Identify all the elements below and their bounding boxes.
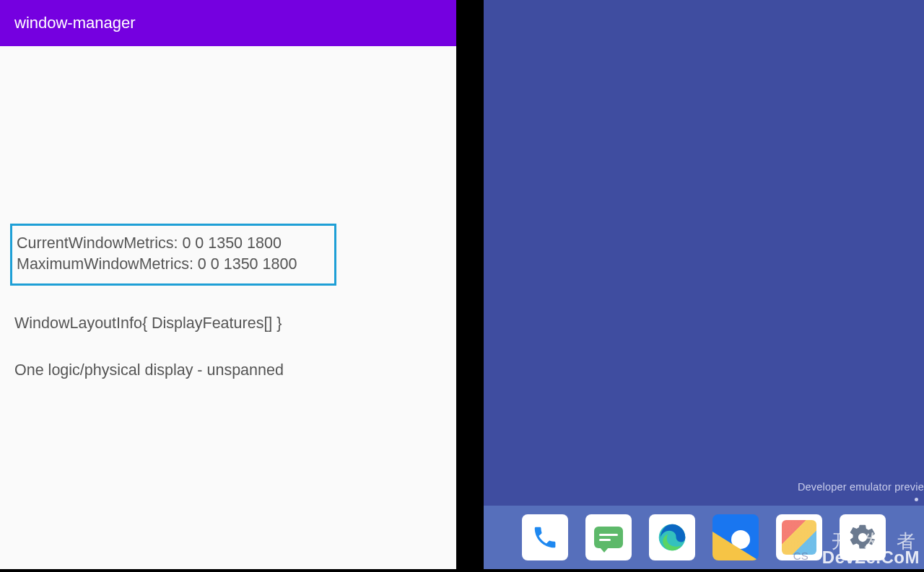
- phone-icon[interactable]: [522, 514, 568, 560]
- dock: [484, 506, 924, 569]
- window-metrics-box: CurrentWindowMetrics: 0 0 1350 1800 Maxi…: [10, 224, 336, 286]
- span-state-text: One logic/physical display - unspanned: [10, 361, 446, 379]
- spacer: [10, 46, 446, 224]
- app-bar: window-manager: [0, 0, 456, 46]
- settings-icon[interactable]: [840, 514, 886, 560]
- window-layout-info: WindowLayoutInfo{ DisplayFeatures[] }: [10, 314, 446, 333]
- app-body: CurrentWindowMetrics: 0 0 1350 1800 Maxi…: [0, 46, 456, 569]
- camera-icon[interactable]: [712, 514, 759, 560]
- dual-screen-root: window-manager CurrentWindowMetrics: 0 0…: [0, 0, 924, 572]
- developer-preview-label: Developer emulator previe: [798, 481, 924, 493]
- bottom-edge: [0, 569, 456, 572]
- messages-icon[interactable]: [585, 514, 632, 560]
- maximum-window-metrics: MaximumWindowMetrics: 0 0 1350 1800: [17, 254, 330, 275]
- gallery-icon[interactable]: [776, 514, 822, 560]
- edge-icon[interactable]: [649, 514, 695, 560]
- home-pane[interactable]: Developer emulator previe CS 开 发 者 Dev: [484, 0, 924, 569]
- device-hinge: [456, 0, 484, 569]
- current-window-metrics: CurrentWindowMetrics: 0 0 1350 1800: [17, 233, 330, 254]
- pager-dot: [915, 498, 918, 501]
- app-pane: window-manager CurrentWindowMetrics: 0 0…: [0, 0, 456, 569]
- app-title: window-manager: [14, 14, 136, 32]
